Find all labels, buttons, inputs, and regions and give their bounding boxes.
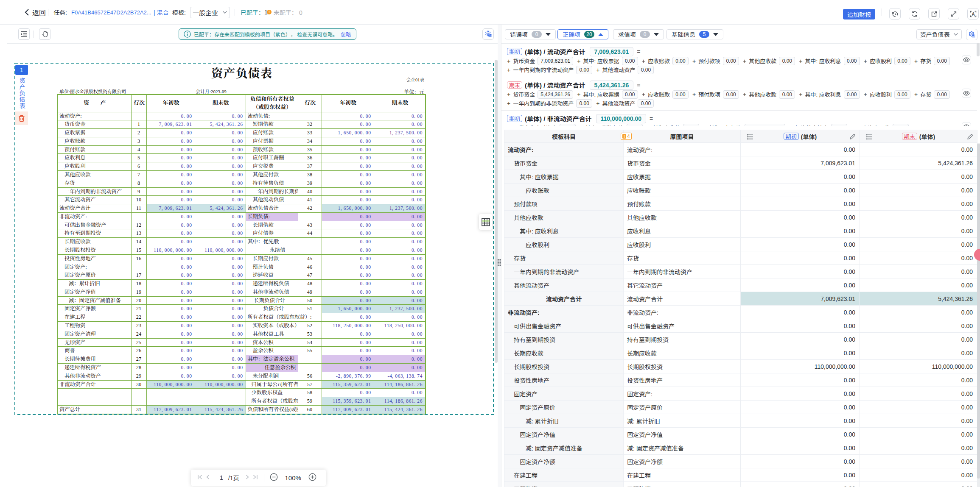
- svg-text:A: A: [972, 11, 974, 16]
